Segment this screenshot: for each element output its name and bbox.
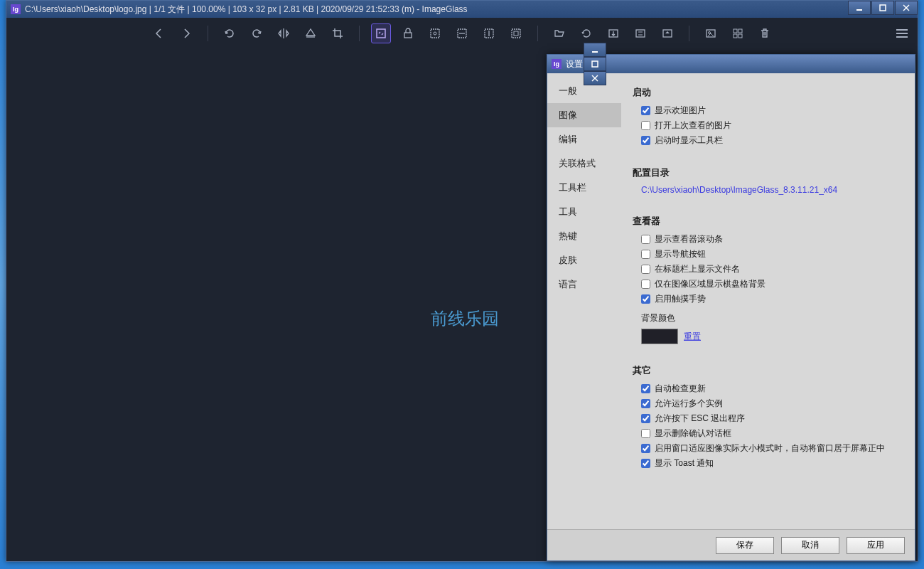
crop-icon[interactable] (328, 23, 348, 43)
minimize-button[interactable] (848, 1, 871, 15)
settings-titlebar[interactable]: Ig 设置 (547, 55, 915, 73)
main-titlebar[interactable]: Ig C:\Users\xiaoh\Desktop\logo.jpg | 1/1… (6, 1, 918, 18)
viewer-row-4: 启用触摸手势 (641, 293, 903, 305)
separator (537, 26, 538, 41)
scale-to-fit-icon[interactable] (506, 23, 526, 43)
rotate-right-icon[interactable] (247, 23, 267, 43)
sidebar-item-tools[interactable]: 工具 (547, 200, 621, 224)
sidebar-item-assoc[interactable]: 关联格式 (547, 151, 621, 176)
svg-rect-17 (734, 29, 737, 33)
actual-size-icon[interactable] (371, 23, 391, 43)
window-fit-icon[interactable] (630, 23, 650, 43)
svg-point-7 (434, 32, 436, 35)
startup-checkbox-0[interactable] (641, 106, 650, 115)
other-label-2: 允许按下 ESC 退出程序 (655, 413, 745, 425)
config-dir-link[interactable]: C:\Users\xiaoh\Desktop\ImageGlass_8.3.11… (641, 185, 903, 195)
other-row-2: 允许按下 ESC 退出程序 (641, 413, 903, 425)
other-label-1: 允许运行多个实例 (655, 398, 723, 410)
menu-icon[interactable] (892, 23, 912, 43)
other-checkbox-2[interactable] (641, 414, 650, 423)
startup-row-0: 显示欢迎图片 (641, 105, 903, 117)
section-configdir-title: 配置目录 (633, 166, 903, 179)
maximize-button[interactable] (871, 1, 894, 15)
settings-window: Ig 设置 一般 图像 编辑 关联格式 工具栏 工具 热键 皮肤 语言 启动 显… (547, 54, 915, 561)
svg-rect-18 (738, 29, 742, 33)
viewer-label-0: 显示查看器滚动条 (655, 233, 723, 245)
svg-rect-6 (431, 29, 439, 38)
section-other-title: 其它 (633, 364, 903, 377)
viewer-checkbox-2[interactable] (641, 265, 650, 274)
bg-color-label: 背景颜色 (641, 312, 903, 324)
bg-color-reset-link[interactable]: 重置 (684, 331, 701, 343)
svg-rect-11 (514, 31, 518, 36)
slideshow-icon[interactable] (701, 23, 721, 43)
refresh-icon[interactable] (576, 23, 596, 43)
window-controls (847, 1, 918, 15)
settings-content: 启动 显示欢迎图片打开上次查看的图片启动时显示工具栏 配置目录 C:\Users… (621, 73, 915, 529)
fullscreen-icon[interactable] (657, 23, 677, 43)
main-title: C:\Users\xiaoh\Desktop\logo.jpg | 1/1 文件… (25, 4, 468, 16)
scale-to-height-icon[interactable] (479, 23, 499, 43)
other-checkbox-3[interactable] (641, 429, 650, 438)
settings-window-controls (583, 43, 606, 85)
bg-color-swatch[interactable] (641, 329, 678, 344)
svg-rect-5 (404, 33, 412, 38)
startup-checkbox-1[interactable] (641, 121, 650, 130)
apply-button[interactable]: 应用 (847, 537, 905, 554)
lock-zoom-icon[interactable] (398, 23, 418, 43)
other-row-1: 允许运行多个实例 (641, 398, 903, 410)
close-button[interactable] (895, 1, 918, 15)
viewer-label-2: 在标题栏上显示文件名 (655, 263, 740, 275)
viewer-row-2: 在标题栏上显示文件名 (641, 263, 903, 275)
settings-minimize-button[interactable] (584, 43, 606, 57)
startup-label-2: 启动时显示工具栏 (655, 134, 723, 147)
viewer-checkbox-0[interactable] (641, 235, 650, 244)
svg-rect-19 (734, 34, 737, 38)
section-startup-title: 启动 (633, 86, 903, 99)
other-label-4: 启用窗口适应图像实际大小模式时，自动将窗口居于屏幕正中 (655, 442, 885, 454)
other-checkbox-4[interactable] (641, 444, 650, 453)
svg-rect-1 (880, 5, 886, 11)
sidebar-item-hotkeys[interactable]: 热键 (547, 224, 621, 248)
viewer-label-4: 启用触摸手势 (655, 293, 706, 305)
save-button[interactable]: 保存 (716, 537, 774, 554)
sidebar-item-image[interactable]: 图像 (547, 103, 621, 127)
viewer-checkbox-4[interactable] (641, 294, 650, 304)
other-checkbox-1[interactable] (641, 399, 650, 408)
viewer-checkbox-1[interactable] (641, 250, 650, 259)
settings-close-button[interactable] (584, 71, 606, 85)
goto-icon[interactable] (603, 23, 623, 43)
startup-row-2: 启动时显示工具栏 (641, 134, 903, 147)
separator (208, 26, 208, 41)
sidebar-item-theme[interactable]: 皮肤 (547, 248, 621, 272)
prev-icon[interactable] (149, 23, 169, 43)
flip-h-icon[interactable] (274, 23, 294, 43)
other-label-0: 自动检查更新 (655, 383, 706, 395)
viewer-checkbox-3[interactable] (641, 280, 650, 289)
settings-maximize-button[interactable] (584, 57, 606, 71)
rotate-left-icon[interactable] (220, 23, 240, 43)
scale-to-width-icon[interactable] (452, 23, 472, 43)
auto-zoom-icon[interactable] (425, 23, 445, 43)
cancel-button[interactable]: 取消 (781, 537, 839, 554)
open-file-icon[interactable] (549, 23, 569, 43)
startup-checkbox-2[interactable] (641, 136, 650, 145)
other-checkbox-5[interactable] (641, 459, 650, 468)
settings-title: 设置 (566, 58, 583, 70)
thumbnail-icon[interactable] (728, 23, 748, 43)
other-checkbox-0[interactable] (641, 384, 650, 393)
sidebar-item-language[interactable]: 语言 (547, 272, 621, 297)
flip-v-icon[interactable] (301, 23, 321, 43)
startup-row-1: 打开上次查看的图片 (641, 119, 903, 132)
delete-icon[interactable] (755, 23, 775, 43)
svg-rect-10 (512, 29, 520, 38)
svg-point-16 (709, 32, 711, 34)
toolbar (6, 18, 918, 49)
next-icon[interactable] (176, 23, 196, 43)
sidebar-item-edit[interactable]: 编辑 (547, 127, 621, 151)
other-row-5: 显示 Toast 通知 (641, 457, 903, 469)
section-viewer-title: 查看器 (633, 215, 903, 228)
sidebar-item-toolbar[interactable]: 工具栏 (547, 176, 621, 200)
settings-app-icon: Ig (552, 59, 562, 69)
viewer-row-0: 显示查看器滚动条 (641, 233, 903, 245)
